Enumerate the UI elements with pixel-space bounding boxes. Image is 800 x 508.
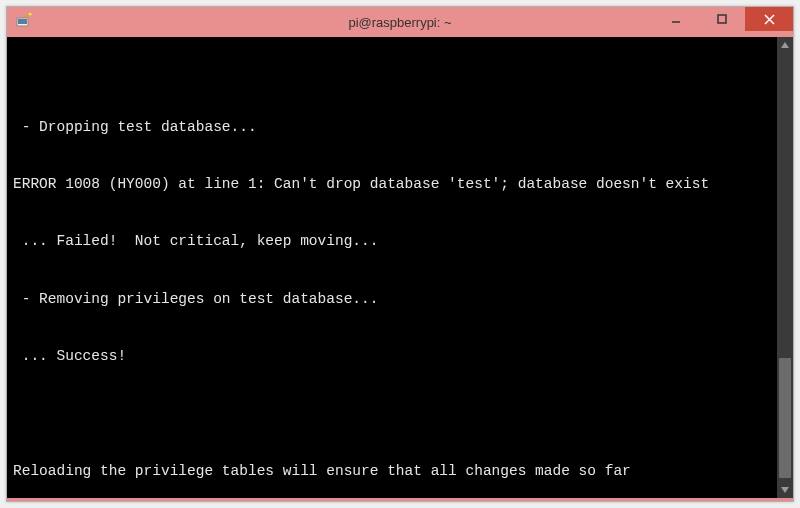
terminal-line: - Removing privileges on test database..… <box>13 290 769 309</box>
close-icon <box>764 14 775 25</box>
chevron-up-icon <box>781 42 789 48</box>
terminal-line: - Dropping test database... <box>13 118 769 137</box>
terminal-line: ERROR 1008 (HY000) at line 1: Can't drop… <box>13 175 769 194</box>
terminal-line: ... Success! <box>13 347 769 366</box>
window-controls <box>653 7 793 37</box>
svg-rect-5 <box>718 15 726 23</box>
minimize-icon <box>671 14 681 24</box>
terminal-content: - Dropping test database... ERROR 1008 (… <box>13 79 787 498</box>
terminal-line: Reloading the privilege tables will ensu… <box>13 462 769 481</box>
minimize-button[interactable] <box>653 7 699 31</box>
maximize-icon <box>717 14 727 24</box>
terminal-line <box>13 404 769 423</box>
scrollbar-up-button[interactable] <box>777 37 793 53</box>
terminal-body[interactable]: - Dropping test database... ERROR 1008 (… <box>7 37 793 498</box>
titlebar[interactable]: pi@raspberrypi: ~ <box>7 7 793 37</box>
close-button[interactable] <box>745 7 793 31</box>
svg-marker-8 <box>781 42 789 48</box>
maximize-button[interactable] <box>699 7 745 31</box>
terminal-line: ... Failed! Not critical, keep moving... <box>13 232 769 251</box>
terminal-window: pi@raspberrypi: ~ - Dropping test databa… <box>6 6 794 502</box>
